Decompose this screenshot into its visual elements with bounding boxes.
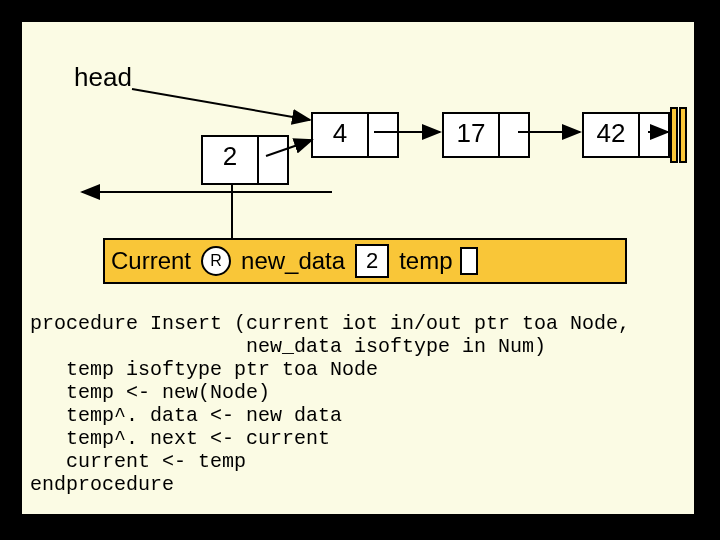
node-4: 4	[311, 112, 399, 158]
node-next-ptr	[640, 114, 668, 156]
slide-frame: head 2 4 17 42 Current R new_data 2 temp	[18, 18, 698, 518]
svg-line-1	[132, 89, 310, 120]
node-value: 4	[313, 114, 369, 156]
node-next-ptr	[369, 114, 397, 156]
node-value: 2	[203, 137, 259, 183]
null-terminator-bar	[670, 107, 678, 163]
variables-row: Current R new_data 2 temp	[103, 238, 627, 284]
node-next-ptr	[259, 137, 287, 183]
procedure-code: procedure Insert (current iot in/out ptr…	[30, 312, 630, 496]
head-label: head	[74, 62, 132, 93]
temp-value-box	[460, 247, 478, 275]
node-value: 17	[444, 114, 500, 156]
new-data-label: new_data	[237, 247, 349, 275]
ref-mark: R	[201, 246, 231, 276]
node-value: 42	[584, 114, 640, 156]
node-17: 17	[442, 112, 530, 158]
node-42: 42	[582, 112, 670, 158]
new-data-value: 2	[355, 244, 389, 278]
temp-label: temp	[395, 247, 456, 275]
node-next-ptr	[500, 114, 528, 156]
null-terminator-bar	[679, 107, 687, 163]
current-label: Current	[105, 247, 197, 275]
node-2: 2	[201, 135, 289, 185]
